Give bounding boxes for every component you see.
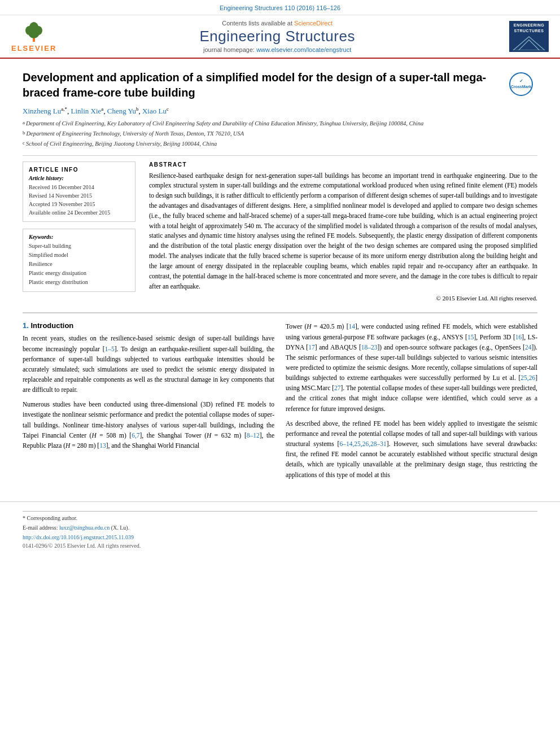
badge-graphic-icon (512, 36, 546, 50)
ref-18-23[interactable]: 18–23 (361, 344, 378, 351)
affil-text-c: School of Civil Engineering, Beijing Jia… (26, 139, 217, 148)
keyword-5: Plastic energy distribution (29, 278, 129, 287)
svg-marker-6 (518, 40, 540, 50)
svg-point-4 (29, 22, 38, 32)
ref-25-26[interactable]: 25,26 (520, 374, 535, 381)
badge-text: ENGINEERINGSTRUCTURES (514, 23, 545, 34)
affil-text-a: Department of Civil Engineering, Key Lab… (26, 119, 423, 128)
authors-line: Xinzheng Lua,*, Linlin Xiea, Cheng Yub, … (23, 106, 537, 116)
top-bar: Engineering Structures 110 (2016) 116–12… (0, 0, 560, 15)
corresp-line: * Corresponding author. (23, 514, 537, 522)
journal-header-center: Contents lists available at ScienceDirec… (56, 20, 498, 53)
right-para1: Tower (H = 420.5 m) [14], were conducted… (286, 321, 537, 413)
left-col: ARTICLE INFO Article history: Received 1… (23, 161, 135, 304)
ref-15[interactable]: 15 (467, 334, 474, 340)
email-name: (X. Lu). (111, 525, 130, 531)
affil-text-b: Department of Engineering Technology, Un… (27, 129, 244, 138)
right-col: ABSTRACT Resilience-based earthquake des… (149, 161, 537, 304)
elsevier-logo: ELSEVIER (11, 20, 56, 53)
ref-13[interactable]: 13 (99, 442, 106, 449)
sciencedirect-prefix: Contents lists available at (222, 20, 294, 27)
eng-struct-logo: ENGINEERINGSTRUCTURES (498, 21, 549, 52)
corresp-label: * Corresponding author. (23, 515, 77, 521)
body-left: 1. Introduction In recent years, studies… (23, 321, 274, 484)
keywords-box: Keywords: Super-tall building Simplified… (23, 229, 135, 292)
keywords-title: Keywords: (29, 234, 129, 240)
body-right: Tower (H = 420.5 m) [14], were conducted… (286, 321, 537, 484)
section-divider-1 (23, 155, 537, 156)
corresp-note: * Corresponding author. E-mail address: … (23, 511, 537, 532)
crossmark-area: ✓CrossMark (509, 70, 537, 96)
keyword-4: Plastic energy dissipation (29, 269, 129, 278)
sciencedirect-link[interactable]: ScienceDirect (294, 20, 333, 27)
ref-8-12[interactable]: 8–12 (247, 432, 260, 439)
affil-sup-b: b (23, 129, 25, 138)
body-two-col: 1. Introduction In recent years, studies… (23, 321, 537, 484)
article-history-title: Article history: (29, 175, 129, 181)
intro-para1: In recent years, studies on the resilien… (23, 333, 274, 395)
author-xiao[interactable]: Xiao Lu (142, 107, 167, 115)
ref-1-5[interactable]: 1–5 (105, 346, 115, 352)
doi-line: http://dx.doi.org/10.1016/j.engstruct.20… (23, 533, 537, 541)
article-title-area: Development and application of a simplif… (23, 70, 537, 101)
affil-b: b Department of Engineering Technology, … (23, 129, 537, 138)
abstract-copyright: © 2015 Elsevier Ltd. All rights reserved… (149, 294, 537, 303)
homepage-url[interactable]: www.elsevier.com/locate/engstruct (256, 46, 351, 53)
history-revised: Revised 14 November 2015 (29, 191, 129, 200)
author-xinzheng[interactable]: Xinzheng Lu (23, 107, 61, 115)
author-xinzheng-sup: a,* (61, 106, 67, 112)
affil-a: a Department of Civil Engineering, Key L… (23, 119, 537, 128)
keyword-1: Super-tall building (29, 242, 129, 251)
affil-c: c School of Civil Engineering, Beijing J… (23, 139, 537, 148)
crossmark-label: ✓CrossMark (511, 78, 531, 89)
author-xiao-sup: c (167, 106, 169, 112)
email-label: E-mail address: (23, 525, 59, 531)
main-content: Development and application of a simplif… (0, 59, 560, 496)
journal-title: Engineering Structures (56, 28, 498, 45)
journal-header: ELSEVIER Contents lists available at Sci… (0, 15, 560, 59)
body-divider (23, 312, 537, 313)
journal-badge: ENGINEERINGSTRUCTURES (509, 21, 549, 52)
elsevier-tree-icon (20, 20, 48, 43)
intro-title: Introduction (30, 321, 73, 330)
page-wrapper: Engineering Structures 110 (2016) 116–12… (0, 0, 560, 747)
article-title: Development and application of a simplif… (23, 70, 497, 101)
journal-issue-link[interactable]: Engineering Structures 110 (2016) 116–12… (220, 5, 340, 11)
article-info-title: ARTICLE INFO (29, 167, 129, 173)
crossmark-badge[interactable]: ✓CrossMark (509, 72, 533, 96)
keyword-2: Simplified model (29, 251, 129, 260)
right-para2: As described above, the refined FE model… (286, 418, 537, 480)
elsevier-label: ELSEVIER (11, 44, 56, 53)
email-link[interactable]: luxz@tsinghua.edu.cn (59, 525, 110, 531)
author-linlin[interactable]: Linlin Xie (71, 107, 101, 115)
article-info-box: ARTICLE INFO Article history: Received 1… (23, 161, 135, 222)
footer-copyright: 0141-0296/© 2015 Elsevier Ltd. All right… (23, 543, 537, 549)
email-line: E-mail address: luxz@tsinghua.edu.cn (X.… (23, 523, 537, 532)
svg-marker-5 (513, 36, 545, 50)
affiliations: a Department of Civil Engineering, Key L… (23, 119, 537, 148)
abstract-title: ABSTRACT (149, 161, 537, 168)
ref-24[interactable]: 24 (525, 344, 532, 351)
history-accepted: Accepted 19 November 2015 (29, 200, 129, 208)
author-cheng[interactable]: Cheng Yu (107, 107, 136, 115)
page-footer: * Corresponding author. E-mail address: … (0, 501, 560, 552)
sciencedirect-line: Contents lists available at ScienceDirec… (56, 20, 498, 27)
ref-14[interactable]: 14 (349, 323, 356, 330)
intro-num: 1. (23, 321, 29, 330)
article-info-abstract: ARTICLE INFO Article history: Received 1… (23, 161, 537, 304)
doi-link[interactable]: http://dx.doi.org/10.1016/j.engstruct.20… (23, 534, 134, 540)
author-cheng-sup: b (136, 106, 139, 112)
affil-sup-c: c (23, 139, 25, 148)
history-received: Received 16 December 2014 (29, 183, 129, 191)
ref-6-7[interactable]: 6,7 (132, 432, 139, 439)
ref-16[interactable]: 16 (515, 334, 522, 340)
abstract-body: Resilience-based earthquake design for n… (149, 172, 537, 290)
ref-6-31[interactable]: 6–14,25,26,28–31 (339, 440, 386, 447)
abstract-text: Resilience-based earthquake design for n… (149, 171, 537, 304)
history-online: Available online 24 December 2015 (29, 208, 129, 217)
journal-homepage: journal homepage: www.elsevier.com/locat… (56, 46, 498, 53)
homepage-prefix: journal homepage: (203, 46, 256, 53)
ref-17[interactable]: 17 (308, 344, 315, 351)
author-linlin-sup: a (101, 106, 103, 112)
ref-27[interactable]: 27 (334, 385, 341, 391)
